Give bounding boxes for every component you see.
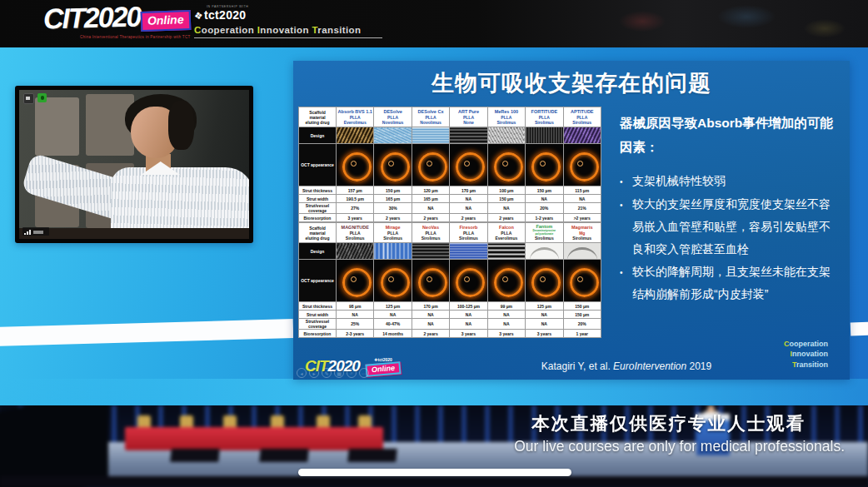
background-door-panel bbox=[35, 97, 78, 156]
speaker-video-tile[interactable] bbox=[15, 86, 253, 243]
oct-image bbox=[450, 144, 487, 186]
metric-value: NA bbox=[450, 203, 487, 214]
tct2020-logo: IN PARTNERSHIP WITH ❖tct2020 bbox=[194, 5, 248, 22]
stent-design-image bbox=[337, 243, 374, 260]
zoom-icon[interactable]: ⌕ bbox=[347, 368, 357, 378]
pen-icon[interactable]: ✎ bbox=[322, 368, 332, 378]
metric-value: 14 months bbox=[374, 330, 412, 338]
metric-value: NA bbox=[487, 203, 525, 214]
table-corner-label: Scaffoldmaterialeluting drug bbox=[299, 107, 337, 127]
metric-value: NA bbox=[526, 319, 563, 330]
metric-value: 150 µm bbox=[563, 302, 601, 311]
metric-value: 157 µm bbox=[337, 186, 374, 195]
metric-row-label: Strut/vessel coverage bbox=[299, 319, 337, 330]
oct-image bbox=[337, 144, 374, 186]
camera-icon[interactable] bbox=[23, 93, 34, 104]
metric-value: 150 µm bbox=[563, 311, 601, 319]
grid-view-icon[interactable]: ▦ bbox=[334, 368, 344, 378]
metric-value: 21% bbox=[563, 203, 601, 214]
metric-value: 25% bbox=[337, 319, 374, 330]
speaker-video-frame bbox=[19, 90, 249, 239]
metric-value: NA bbox=[412, 319, 449, 330]
speaker-desk bbox=[19, 228, 249, 239]
stent-design-image bbox=[412, 243, 449, 260]
signal-strength-badge bbox=[22, 227, 49, 236]
metric-value: 2 years bbox=[374, 214, 412, 222]
scaffold-column-header: MagmarisMgSirolimus bbox=[563, 223, 601, 243]
prev-slide-icon[interactable]: ◂ bbox=[297, 368, 307, 378]
oct-image bbox=[450, 260, 487, 302]
stent-design-image bbox=[450, 127, 487, 144]
panel-table bbox=[125, 427, 383, 450]
oct-row-label: OCT appearance bbox=[299, 260, 337, 302]
mic-status-icon[interactable] bbox=[37, 93, 47, 102]
shared-slide: 生物可吸收支架存在的问题 Scaffoldmaterialeluting dru… bbox=[293, 61, 850, 380]
metric-value: 1-2 years bbox=[526, 214, 563, 222]
metric-value: 165 µm bbox=[412, 195, 449, 203]
stent-design-image bbox=[487, 243, 525, 260]
metric-value: 3 years bbox=[450, 330, 487, 338]
metric-row-label: Strut width bbox=[299, 195, 337, 203]
slide-bullet: •支架机械特性较弱 bbox=[620, 170, 841, 193]
metric-value: 20% bbox=[563, 319, 601, 330]
stent-design-image bbox=[526, 127, 563, 144]
stent-design-image bbox=[487, 127, 525, 144]
metric-value: 3 years bbox=[337, 214, 374, 222]
tct-mini-logo: ❖tct2020 bbox=[374, 357, 392, 362]
metric-row-label: Strut/vessel coverage bbox=[299, 203, 337, 214]
metric-value: NA bbox=[526, 311, 563, 319]
metric-value: 100-125 µm bbox=[450, 302, 487, 311]
oct-image bbox=[337, 260, 374, 302]
metric-value: NA bbox=[563, 195, 601, 203]
metric-value: 120 µm bbox=[412, 186, 449, 195]
oct-image bbox=[412, 260, 449, 302]
metric-value: NA bbox=[412, 203, 449, 214]
metric-row-label: Bioresorption bbox=[299, 330, 337, 338]
metric-value: 125 µm bbox=[526, 302, 563, 311]
metric-row-label: Strut thickness bbox=[299, 186, 337, 195]
slideshow-controls: ◂ ▸ ✎ ▦ ⌕ ⋯ bbox=[297, 368, 369, 378]
stent-design-image bbox=[450, 243, 487, 260]
stent-design-image bbox=[374, 127, 412, 144]
metric-value: NA bbox=[450, 319, 487, 330]
scaffold-column-header: FalconPLLAEverolimus bbox=[487, 223, 525, 243]
scaffold-column-header: FORTITUDEPLLASirolimus bbox=[526, 107, 563, 127]
next-slide-icon[interactable]: ▸ bbox=[309, 368, 319, 378]
stent-design-image bbox=[563, 243, 601, 260]
online-badge: Online bbox=[141, 10, 191, 32]
conference-header-bar: CIT2020 China Interventional Therapeutic… bbox=[0, 0, 868, 47]
disclaimer-chinese: 本次直播仅供医疗专业人士观看 bbox=[531, 411, 806, 435]
tct-bird-icon: ❖ bbox=[193, 9, 204, 22]
slide-text-panel: 器械原因导致Absorb事件增加的可能因素： •支架机械特性较弱 •较大的支架丝… bbox=[620, 111, 841, 306]
scaffold-column-header: DESolve CxPLLANovolimus bbox=[412, 107, 449, 127]
metric-value: 170 µm bbox=[450, 186, 487, 195]
metric-value: NA bbox=[412, 311, 449, 319]
oct-image bbox=[487, 144, 525, 186]
metric-value: NA bbox=[487, 319, 525, 330]
design-row-label: Design bbox=[299, 243, 337, 260]
oct-image bbox=[563, 144, 601, 186]
metric-value: 190.5 µm bbox=[337, 195, 374, 203]
slide-bullet: •较长的降解周期，且支架丝未能在支架结构崩解前形成“内皮封装” bbox=[620, 261, 841, 306]
oct-image bbox=[526, 144, 563, 186]
metric-row-label: Strut width bbox=[299, 311, 337, 319]
metric-value: 98 µm bbox=[337, 302, 374, 311]
metric-value: NA bbox=[487, 311, 525, 319]
design-row-label: Design bbox=[299, 127, 337, 144]
stage-front-edge bbox=[0, 476, 868, 487]
more-options-icon[interactable]: ⋯ bbox=[359, 368, 369, 378]
backdrop-white-stripe bbox=[0, 319, 293, 346]
metric-value: NA bbox=[450, 311, 487, 319]
metric-value: 30% bbox=[374, 203, 412, 214]
metric-value: 3 years bbox=[487, 330, 525, 338]
table-corner-label: Scaffoldmaterialeluting drug bbox=[299, 223, 337, 243]
scaffold-column-header: MiragePLLASirolimus bbox=[374, 223, 412, 243]
scaffold-column-header: MAGNITUDEPLLASirolimus bbox=[337, 223, 374, 243]
cit-logo-subtitle: China Interventional Therapeutics in Par… bbox=[80, 35, 191, 39]
cit2020-logo: CIT2020 bbox=[43, 0, 141, 35]
metric-value: 99 µm bbox=[487, 302, 525, 311]
scaffold-column-header: ART PurePLLANone bbox=[450, 107, 487, 127]
metric-value: 115 µm bbox=[563, 186, 601, 195]
metric-value: 2 years bbox=[412, 330, 449, 338]
video-scrubber-bar[interactable] bbox=[298, 469, 571, 476]
